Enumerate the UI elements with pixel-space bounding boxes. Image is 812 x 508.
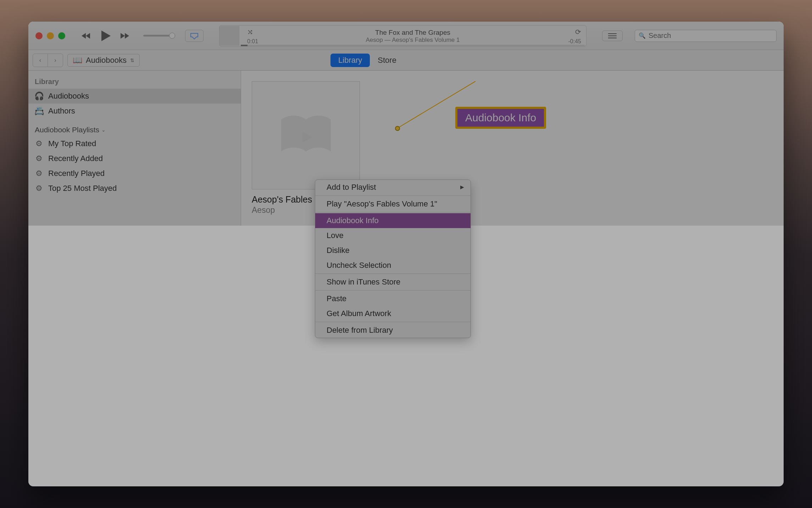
- search-field[interactable]: 🔍: [635, 30, 777, 42]
- window-controls: [35, 32, 65, 39]
- search-icon: 🔍: [639, 32, 646, 39]
- chevron-updown-icon: ⇅: [130, 57, 134, 63]
- forward-button[interactable]: ›: [48, 54, 63, 67]
- play-button[interactable]: [101, 30, 111, 42]
- ctx-delete[interactable]: Delete from Library: [315, 323, 471, 338]
- ctx-add-to-playlist[interactable]: Add to Playlist: [315, 180, 471, 195]
- sidebar-header-library: Library: [28, 76, 241, 89]
- search-input[interactable]: [649, 32, 773, 40]
- ctx-get-artwork[interactable]: Get Album Artwork: [315, 306, 471, 321]
- sidebar-item-audiobooks[interactable]: 🎧 Audiobooks: [28, 89, 241, 104]
- gear-icon: ⚙: [35, 154, 43, 163]
- zoom-button[interactable]: [58, 32, 65, 39]
- sidebar-playlist-top25[interactable]: ⚙Top 25 Most Played: [28, 181, 241, 196]
- sidebar-header-playlists[interactable]: Audiobook Playlists ⌄: [28, 123, 241, 136]
- ctx-love[interactable]: Love: [315, 228, 471, 243]
- ctx-uncheck[interactable]: Uncheck Selection: [315, 258, 471, 273]
- ctx-audiobook-info[interactable]: Audiobook Info: [315, 213, 471, 228]
- sidebar-playlist-recentlyadded[interactable]: ⚙Recently Added: [28, 151, 241, 166]
- annotation-callout: Audiobook Info: [455, 107, 546, 129]
- tab-library[interactable]: Library: [330, 54, 370, 67]
- next-track-button[interactable]: [120, 32, 131, 40]
- airplay-button[interactable]: [185, 30, 204, 42]
- ctx-play[interactable]: Play "Aesop's Fables Volume 1": [315, 197, 471, 211]
- annotation-dot: [395, 126, 400, 131]
- context-menu: Add to Playlist Play "Aesop's Fables Vol…: [315, 180, 471, 338]
- now-playing-display: ⤭ The Fox and The Grapes Aesop — Aesop's…: [219, 25, 586, 46]
- progress-bar[interactable]: [241, 45, 585, 46]
- sidebar-item-authors[interactable]: 📇 Authors: [28, 104, 241, 118]
- gear-icon: ⚙: [35, 169, 43, 178]
- media-category-selector[interactable]: 📖 Audiobooks ⇅: [67, 54, 140, 67]
- sidebar: Library 🎧 Audiobooks 📇 Authors Audiobook…: [28, 71, 241, 226]
- repeat-icon[interactable]: ⟳: [575, 28, 581, 36]
- now-playing-title: The Fox and The Grapes: [239, 29, 586, 37]
- now-playing-subtitle: Aesop — Aesop's Fables Volume 1: [239, 37, 586, 44]
- previous-track-button[interactable]: [81, 32, 92, 40]
- sidebar-item-label: Authors: [48, 106, 75, 116]
- titlebar: ⤭ The Fox and The Grapes Aesop — Aesop's…: [28, 22, 784, 50]
- sidebar-item-label: Audiobooks: [48, 92, 89, 101]
- view-mode-button[interactable]: [602, 31, 623, 41]
- tab-store[interactable]: Store: [370, 54, 404, 67]
- category-label: Audiobooks: [86, 56, 127, 65]
- gear-icon: ⚙: [35, 139, 43, 148]
- close-button[interactable]: [35, 32, 43, 39]
- minimize-button[interactable]: [47, 32, 54, 39]
- person-icon: 📇: [35, 106, 43, 116]
- ctx-paste[interactable]: Paste: [315, 291, 471, 306]
- volume-slider[interactable]: [143, 35, 175, 37]
- elapsed-time: 0:01: [247, 38, 258, 45]
- chevron-down-icon: ⌄: [101, 127, 106, 133]
- toolbar: ‹ › 📖 Audiobooks ⇅ Library Store: [28, 50, 784, 71]
- gear-icon: ⚙: [35, 184, 43, 193]
- headphones-icon: 🎧: [35, 92, 43, 101]
- ctx-show-store[interactable]: Show in iTunes Store: [315, 275, 471, 289]
- book-icon: 📖: [73, 56, 82, 65]
- ctx-dislike[interactable]: Dislike: [315, 243, 471, 258]
- sidebar-playlist-recentlyplayed[interactable]: ⚙Recently Played: [28, 166, 241, 181]
- remaining-time: -0:45: [568, 38, 581, 45]
- back-button[interactable]: ‹: [33, 54, 48, 67]
- now-playing-artwork: [219, 26, 239, 46]
- shuffle-icon[interactable]: ⤭: [247, 28, 253, 36]
- sidebar-playlist-toprated[interactable]: ⚙My Top Rated: [28, 136, 241, 151]
- audiobook-artwork[interactable]: [252, 81, 360, 189]
- content-area: Aesop's Fables Aesop Add to Playlist Pla…: [241, 71, 784, 226]
